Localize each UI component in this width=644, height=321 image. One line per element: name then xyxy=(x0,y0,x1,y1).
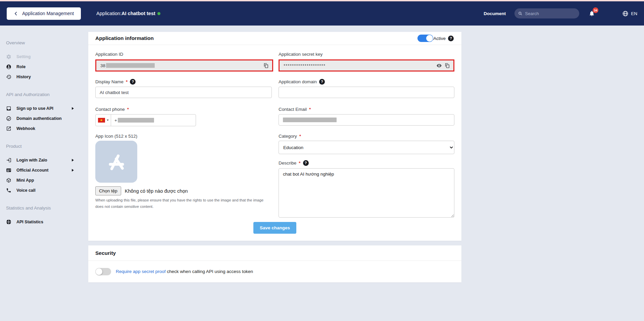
document-link[interactable]: Document xyxy=(484,11,506,16)
vietnam-flag-icon: ★ xyxy=(98,118,105,123)
describe-textarea[interactable]: chat bot AI hướng nghiệp xyxy=(279,168,454,218)
card-title: Application information xyxy=(95,35,154,41)
help-icon[interactable]: ? xyxy=(303,160,309,166)
id-card-icon xyxy=(6,168,11,173)
required-asterisk: * xyxy=(299,134,301,139)
login-icon xyxy=(6,157,11,163)
top-navbar: Application Management Application:AI ch… xyxy=(0,1,644,26)
describe-label: Describe*? xyxy=(279,160,309,166)
sidebar-item-login-with-zalo[interactable]: Login with Zalo xyxy=(6,155,85,165)
category-label: Category* xyxy=(279,133,301,139)
history-icon xyxy=(6,74,11,80)
file-upload-row: Chọn tệp Không có tệp nào được chọn xyxy=(95,186,188,195)
cube-icon xyxy=(6,178,11,183)
sidebar-item-mini-app[interactable]: Mini App xyxy=(6,175,85,185)
check-circle-icon xyxy=(6,116,11,121)
submenu-arrow-icon xyxy=(72,107,74,110)
copy-app-id-button[interactable] xyxy=(263,63,269,68)
file-status-text: Không có tệp nào được chọn xyxy=(125,188,188,194)
user-avatar[interactable] xyxy=(603,8,614,19)
card-header: Application information Active ? xyxy=(88,32,461,45)
require-app-secret-proof-toggle[interactable] xyxy=(95,268,111,275)
language-selector[interactable]: EN xyxy=(622,10,637,17)
inbox-icon xyxy=(6,106,11,111)
sidebar-item-label: API Statistics xyxy=(16,220,43,224)
choose-file-button[interactable]: Chọn tệp xyxy=(95,186,121,195)
required-asterisk: * xyxy=(309,107,311,112)
phone-icon xyxy=(6,188,11,193)
redacted-value xyxy=(283,118,337,122)
help-icon[interactable]: ? xyxy=(130,79,136,85)
contact-phone-label: Contact phone* xyxy=(95,106,129,112)
sidebar-item-label: Role xyxy=(16,64,26,69)
submenu-arrow-icon xyxy=(72,159,74,162)
upload-disclaimer: When uploading this file, please ensure … xyxy=(95,197,271,210)
application-id-label: Application ID xyxy=(95,51,123,57)
sidebar-item-role[interactable]: Role xyxy=(6,62,85,72)
save-changes-button[interactable]: Save changes xyxy=(253,222,296,234)
active-status-dot xyxy=(157,12,160,15)
sidebar-section-statistics: Statistics and Analysis API Statistics xyxy=(6,205,85,227)
notifications-button[interactable]: 34 xyxy=(589,10,595,17)
application-name: AI chatbot test xyxy=(121,11,155,16)
back-to-application-management-button[interactable]: Application Management xyxy=(7,7,81,20)
country-code-dropdown[interactable]: ★ xyxy=(96,114,111,126)
contact-phone-field[interactable]: ★ + xyxy=(95,114,196,126)
phone-value: + xyxy=(111,118,154,123)
required-asterisk: * xyxy=(127,107,129,112)
security-title: Security xyxy=(95,250,116,256)
category-select[interactable]: Education xyxy=(279,141,454,154)
sidebar-item-voice-call[interactable]: Voice call xyxy=(6,185,85,195)
contact-email-field[interactable] xyxy=(279,114,454,126)
notification-badge: 34 xyxy=(593,7,598,13)
sidebar-item-label: Sign up to use API xyxy=(16,106,53,111)
help-icon[interactable]: ? xyxy=(448,36,454,41)
application-title: Application:AI chatbot test xyxy=(96,11,160,16)
application-secret-key-label: Application secret key xyxy=(279,51,323,57)
sidebar-section-overview: Overview Setting Role History xyxy=(6,40,85,82)
security-toggle-text: Require app secret proof check when call… xyxy=(116,269,253,274)
eye-icon xyxy=(436,63,442,68)
sidebar-item-label: Mini App xyxy=(16,178,34,183)
sidebar-item-official-account[interactable]: Official Account xyxy=(6,165,85,175)
copy-secret-button[interactable] xyxy=(444,63,450,68)
display-name-input[interactable] xyxy=(95,87,272,98)
sidebar-item-sign-up-to-use-api[interactable]: Sign up to use API xyxy=(6,103,85,113)
require-app-secret-proof-link[interactable]: Require app secret proof xyxy=(116,269,166,274)
sidebar-section-title: Statistics and Analysis xyxy=(6,205,85,212)
search-input[interactable] xyxy=(525,11,576,16)
app-store-placeholder-icon xyxy=(104,149,129,174)
toggle-knob xyxy=(426,35,433,42)
show-secret-button[interactable] xyxy=(436,63,442,68)
sidebar-item-webhook[interactable]: Webhook xyxy=(6,124,85,134)
sidebar-item-api-statistics[interactable]: API Statistics xyxy=(6,217,85,227)
chevron-left-icon xyxy=(14,11,18,16)
contact-email-label: Contact Email* xyxy=(279,106,311,112)
application-information-card: Application information Active ? Applica… xyxy=(88,32,461,241)
search-box[interactable] xyxy=(514,8,579,18)
globe-icon xyxy=(622,10,629,17)
sidebar-item-label: Voice call xyxy=(16,188,36,193)
help-icon[interactable]: ? xyxy=(319,79,325,85)
sidebar-section-api-authorization: API and Authorization Sign up to use API… xyxy=(6,92,85,134)
sidebar-item-history[interactable]: History xyxy=(6,72,85,82)
active-toggle[interactable] xyxy=(417,35,433,42)
application-id-value: 38 xyxy=(100,63,105,68)
security-toggle-suffix: check when calling API using access toke… xyxy=(166,269,253,274)
security-card: Security Require app secret proof check … xyxy=(88,245,461,282)
required-asterisk: * xyxy=(299,160,300,166)
sidebar-section-title: API and Authorization xyxy=(6,92,85,98)
sidebar-section-product: Product Login with Zalo Official Account… xyxy=(6,144,85,195)
app-icon-label: App Icon (512 x 512) xyxy=(95,133,137,139)
application-domain-input[interactable] xyxy=(279,87,454,98)
copy-icon xyxy=(444,63,450,68)
sidebar-item-label: History xyxy=(16,75,31,79)
sidebar-item-domain-authentication[interactable]: Domain authentication xyxy=(6,113,85,124)
back-button-label: Application Management xyxy=(22,11,74,16)
active-toggle-label: Active xyxy=(433,36,446,41)
application-id-field: 38 xyxy=(95,59,273,72)
sidebar-item-setting[interactable]: Setting xyxy=(6,52,85,62)
redacted-value xyxy=(106,63,155,68)
secret-key-value: ******************** xyxy=(284,63,326,68)
external-link-icon xyxy=(6,126,11,131)
